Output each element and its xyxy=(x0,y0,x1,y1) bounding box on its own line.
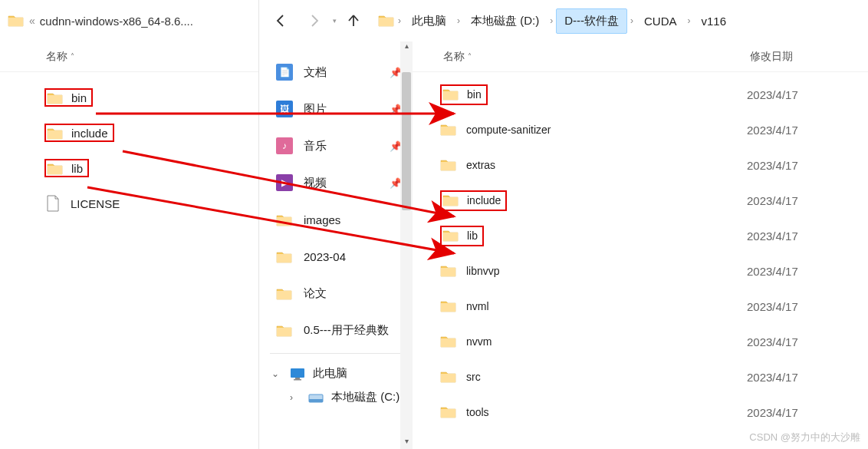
list-item[interactable]: bin xyxy=(0,80,258,115)
file-name-label: compute-sanitizer xyxy=(466,124,551,136)
sort-caret-icon: ˄ xyxy=(71,52,74,61)
left-column-name[interactable]: 名称 ˄ xyxy=(46,50,258,64)
scroll-up-icon[interactable]: ▴ xyxy=(400,41,413,54)
music-icon: ♪ xyxy=(276,137,293,154)
quick-access-item[interactable]: 🖼图片📌 xyxy=(259,91,413,127)
chevron-down-icon: ⌄ xyxy=(271,368,282,379)
file-name-label: bin xyxy=(467,88,482,101)
file-name-label: LICENSE xyxy=(71,197,120,210)
breadcrumb-item[interactable]: CUDA xyxy=(636,10,685,32)
quick-access-item[interactable]: 0.5---用于经典数 xyxy=(259,312,413,348)
folder-icon xyxy=(276,322,293,338)
list-item[interactable]: src2023/4/17 xyxy=(413,359,868,395)
quick-access-item[interactable]: 📄文档📌 xyxy=(259,54,413,91)
scrollbar-thumb[interactable] xyxy=(402,72,411,210)
list-item[interactable]: compute-sanitizer2023/4/17 xyxy=(413,112,868,147)
file-name-label: bin xyxy=(71,91,87,104)
pic-icon: 🖼 xyxy=(276,101,293,117)
main-column-name[interactable]: 名称 ˄ xyxy=(443,50,750,64)
folder-icon xyxy=(440,369,457,385)
quick-access-scrollbar[interactable]: ▴ ▾ xyxy=(400,41,413,449)
list-item[interactable]: nvml2023/4/17 xyxy=(413,289,868,324)
list-item[interactable]: include xyxy=(0,115,258,150)
chevron-right-icon: › xyxy=(685,15,694,26)
watermark: CSDN @努力中的大沙雕 xyxy=(749,431,860,444)
folder-icon xyxy=(440,404,457,421)
list-item[interactable]: tools2023/4/17 xyxy=(413,395,868,430)
folder-icon xyxy=(440,263,457,279)
breadcrumb-overflow: « xyxy=(25,15,40,27)
address-breadcrumb[interactable]: ›此电脑›本地磁盘 (D:)›D---软件盘›CUDA›v116 xyxy=(378,8,734,34)
list-item[interactable]: nvvm2023/4/17 xyxy=(413,324,868,359)
breadcrumb-item[interactable]: 此电脑 xyxy=(404,9,454,33)
quick-access-label: 0.5---用于经典数 xyxy=(304,323,389,338)
quick-access-item[interactable]: ♪音乐📌 xyxy=(259,127,413,164)
sort-caret-icon: ˄ xyxy=(468,52,472,61)
column-date-label: 修改日期 xyxy=(750,50,793,62)
file-name-label: include xyxy=(71,127,108,140)
folder-icon xyxy=(442,228,459,244)
back-button[interactable] xyxy=(264,4,298,38)
chevron-right-icon: › xyxy=(454,15,463,26)
list-item[interactable]: bin2023/4/17 xyxy=(413,77,868,112)
forward-button[interactable] xyxy=(298,4,331,38)
folder-icon xyxy=(276,285,293,302)
quick-access-label: 2023-04 xyxy=(304,250,346,263)
file-date-label: 2023/4/17 xyxy=(747,300,798,313)
file-name-label: libnvvp xyxy=(466,265,500,277)
file-date-label: 2023/4/17 xyxy=(747,124,798,137)
quick-access-item[interactable]: 论文 xyxy=(259,275,413,312)
quick-access-item[interactable]: ▶视频📌 xyxy=(259,164,413,201)
list-item[interactable]: extras2023/4/17 xyxy=(413,147,868,183)
video-icon: ▶ xyxy=(276,174,293,191)
file-date-label: 2023/4/17 xyxy=(747,371,798,384)
quick-access-item[interactable]: images xyxy=(259,201,413,238)
list-item[interactable]: lib xyxy=(0,150,258,186)
folder-icon xyxy=(276,248,293,265)
quick-access-label: 视频 xyxy=(304,176,327,190)
tree-this-pc[interactable]: ⌄ 此电脑 xyxy=(259,362,413,385)
file-name-label: lib xyxy=(467,229,478,242)
list-item[interactable]: LICENSE xyxy=(0,186,258,221)
left-file-list: binincludelibLICENSE xyxy=(0,72,258,221)
folder-icon xyxy=(442,87,459,103)
main-file-list: bin2023/4/17compute-sanitizer2023/4/17ex… xyxy=(413,72,868,430)
folder-icon xyxy=(440,334,457,350)
up-button[interactable] xyxy=(337,4,370,38)
list-item[interactable]: include2023/4/17 xyxy=(413,183,868,218)
folder-icon xyxy=(442,193,459,209)
file-name-label: tools xyxy=(466,406,489,418)
quick-access-label: 文档 xyxy=(304,65,327,80)
file-date-label: 2023/4/17 xyxy=(747,265,798,278)
breadcrumb-item[interactable]: 本地磁盘 (D:) xyxy=(463,9,547,33)
folder-icon xyxy=(378,13,395,29)
main-column-date[interactable]: 修改日期 xyxy=(750,50,868,64)
folder-icon xyxy=(440,157,457,173)
breadcrumb-item[interactable]: v116 xyxy=(694,10,735,32)
separator xyxy=(270,353,402,354)
left-column-headers: 名称 ˄ xyxy=(0,41,258,72)
main-column-headers: 名称 ˄ 修改日期 xyxy=(413,41,868,72)
tree-drive-c-label: 本地磁盘 (C:) xyxy=(331,390,399,404)
tree-this-pc-label: 此电脑 xyxy=(313,366,347,381)
quick-access-item[interactable]: 2023-04 xyxy=(259,238,413,275)
file-name-label: lib xyxy=(71,162,83,175)
quick-access-label: 图片 xyxy=(304,102,327,117)
breadcrumb-item[interactable]: D---软件盘 xyxy=(556,8,627,34)
left-explorer-pane: « cudnn-windows-x86_64-8.6.... 名称 ˄ bini… xyxy=(0,0,259,449)
list-item[interactable]: libnvvp2023/4/17 xyxy=(413,253,868,289)
file-icon xyxy=(44,196,61,210)
scroll-down-icon[interactable]: ▾ xyxy=(400,437,413,449)
tree-drive-c[interactable]: › 本地磁盘 (C:) xyxy=(259,385,413,409)
chevron-right-icon: › xyxy=(547,15,556,26)
folder-icon xyxy=(47,91,64,104)
list-item[interactable]: lib2023/4/17 xyxy=(413,218,868,253)
column-name-label: 名称 xyxy=(46,50,67,64)
file-date-label: 2023/4/17 xyxy=(747,229,798,243)
file-date-label: 2023/4/17 xyxy=(747,88,798,101)
folder-icon xyxy=(276,211,293,228)
file-name-label: src xyxy=(466,371,481,383)
folder-icon xyxy=(8,13,25,29)
file-name-label: extras xyxy=(466,159,495,171)
left-breadcrumb[interactable]: « cudnn-windows-x86_64-8.6.... xyxy=(0,0,258,41)
